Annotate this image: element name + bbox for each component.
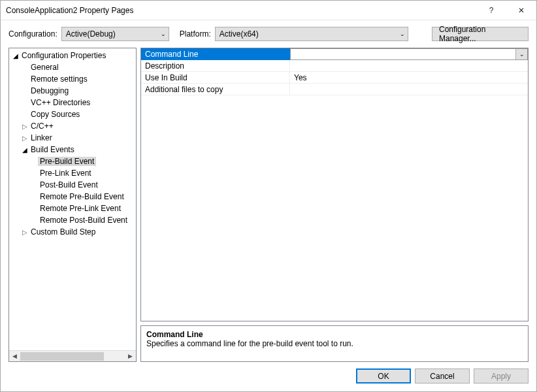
description-title: Command Line	[146, 330, 523, 339]
expander-spacer	[30, 193, 38, 201]
tree-item[interactable]: Remote Pre-Link Event	[9, 203, 136, 214]
configuration-manager-button[interactable]: Configuration Manager...	[432, 27, 529, 41]
tree-item[interactable]: ▷C/C++	[9, 120, 136, 132]
scroll-thumb[interactable]	[20, 352, 104, 361]
expander-icon[interactable]: ▷	[21, 229, 29, 236]
expander-spacer	[21, 99, 29, 106]
configuration-value: Active(Debug)	[66, 29, 116, 39]
tree-item-label: Pre-Build Event	[38, 157, 96, 166]
property-row[interactable]: Additional files to copy	[141, 84, 528, 95]
tree-item[interactable]: VC++ Directories	[9, 97, 136, 108]
tree-item[interactable]: Pre-Build Event	[9, 155, 136, 167]
expander-spacer	[30, 158, 38, 165]
property-grid[interactable]: Command Line⌄DescriptionUse In BuildYesA…	[140, 48, 529, 321]
tree-item-label: Post-Build Event	[38, 180, 100, 189]
expander-spacer	[30, 217, 38, 224]
scroll-track[interactable]	[20, 351, 125, 361]
tree-item-label: Remote settings	[29, 74, 90, 84]
tree-item-label: Remote Pre-Build Event	[38, 192, 126, 201]
tree-item[interactable]: Debugging	[9, 85, 136, 97]
tree-item[interactable]: Post-Build Event	[9, 179, 136, 191]
expander-spacer	[30, 182, 38, 189]
configuration-label: Configuration:	[8, 29, 57, 39]
tree-item-label: Debugging	[29, 86, 71, 95]
expander-icon[interactable]: ▷	[21, 135, 29, 142]
window-title: ConsoleApplication2 Property Pages	[6, 6, 476, 15]
tree-item-label: Copy Sources	[29, 110, 82, 119]
expander-spacer	[21, 76, 29, 83]
tree-item[interactable]: Remote settings	[9, 73, 136, 85]
tree-item-label: VC++ Directories	[29, 98, 92, 107]
tree-item-label: Remote Pre-Link Event	[38, 204, 123, 213]
property-row[interactable]: Use In BuildYes	[141, 72, 528, 84]
property-value[interactable]: ⌄	[290, 48, 528, 60]
tree-item-label: Remote Post-Build Event	[38, 216, 129, 225]
description-text: Specifies a command line for the pre-bui…	[146, 339, 523, 348]
tree-item[interactable]: ▷Linker	[9, 132, 136, 144]
tree-item-label: General	[29, 63, 61, 72]
tree-root-label: Configuration Properties	[20, 51, 108, 60]
configuration-combo[interactable]: Active(Debug) ⌄	[61, 27, 169, 41]
tree-item-label: C/C++	[29, 122, 56, 131]
cancel-button[interactable]: Cancel	[415, 368, 470, 384]
property-value[interactable]	[290, 60, 528, 72]
config-toolbar: Configuration: Active(Debug) ⌄ Platform:…	[1, 20, 536, 48]
property-pages-dialog: ConsoleApplication2 Property Pages ? ✕ C…	[0, 0, 537, 392]
help-icon: ?	[489, 6, 494, 15]
scroll-left-button[interactable]: ◀	[9, 351, 20, 361]
tree-item-label: Build Events	[29, 145, 76, 154]
property-row[interactable]: Command Line⌄	[141, 48, 528, 60]
close-icon: ✕	[518, 6, 525, 15]
tree-item[interactable]: Pre-Link Event	[9, 167, 136, 179]
body-area: ◢ Configuration Properties General Remot…	[1, 48, 536, 362]
tree-item[interactable]: Copy Sources	[9, 108, 136, 120]
expander-icon[interactable]: ◢	[12, 52, 20, 59]
tree-item-label: Linker	[29, 133, 54, 142]
property-row[interactable]: Description	[141, 60, 528, 72]
property-value[interactable]: Yes	[290, 72, 528, 84]
property-value[interactable]	[290, 84, 528, 95]
expander-icon[interactable]: ◢	[21, 146, 29, 154]
apply-button[interactable]: Apply	[474, 368, 529, 384]
property-name: Description	[141, 60, 290, 72]
tree-item[interactable]: Remote Post-Build Event	[9, 214, 136, 226]
expander-spacer	[21, 111, 29, 118]
ok-button[interactable]: OK	[356, 368, 411, 384]
expander-spacer	[30, 170, 38, 177]
tree-item[interactable]: Remote Pre-Build Event	[9, 191, 136, 203]
property-name: Additional files to copy	[141, 84, 290, 95]
expander-spacer	[21, 64, 29, 71]
tree-item[interactable]: ◢Build Events	[9, 144, 136, 155]
tree-root[interactable]: ◢ Configuration Properties	[9, 50, 136, 61]
tree-item-label: Pre-Link Event	[38, 169, 93, 178]
help-button[interactable]: ?	[476, 1, 506, 20]
expander-spacer	[30, 205, 38, 212]
description-box: Command Line Specifies a command line fo…	[140, 325, 529, 362]
tree-item[interactable]: General	[9, 61, 136, 73]
platform-combo[interactable]: Active(x64) ⌄	[215, 27, 408, 41]
tree-pane: ◢ Configuration Properties General Remot…	[8, 48, 137, 362]
scroll-right-button[interactable]: ▶	[125, 351, 136, 361]
property-name: Command Line	[141, 48, 290, 60]
chevron-down-icon: ⌄	[400, 31, 405, 37]
horizontal-scrollbar[interactable]: ◀ ▶	[9, 350, 136, 361]
tree-item-label: Custom Build Step	[29, 227, 97, 237]
footer: OK Cancel Apply	[1, 362, 536, 391]
property-name: Use In Build	[141, 72, 290, 84]
expander-spacer	[21, 88, 29, 95]
dropdown-button[interactable]: ⌄	[515, 49, 527, 59]
expander-icon[interactable]: ▷	[21, 123, 29, 130]
close-button[interactable]: ✕	[506, 1, 536, 20]
right-pane: Command Line⌄DescriptionUse In BuildYesA…	[140, 48, 529, 362]
platform-label: Platform:	[180, 29, 211, 39]
titlebar: ConsoleApplication2 Property Pages ? ✕	[1, 1, 536, 20]
platform-value: Active(x64)	[220, 29, 259, 39]
tree-item[interactable]: ▷Custom Build Step	[9, 226, 136, 238]
tree[interactable]: ◢ Configuration Properties General Remot…	[9, 48, 136, 350]
chevron-down-icon: ⌄	[161, 31, 166, 37]
